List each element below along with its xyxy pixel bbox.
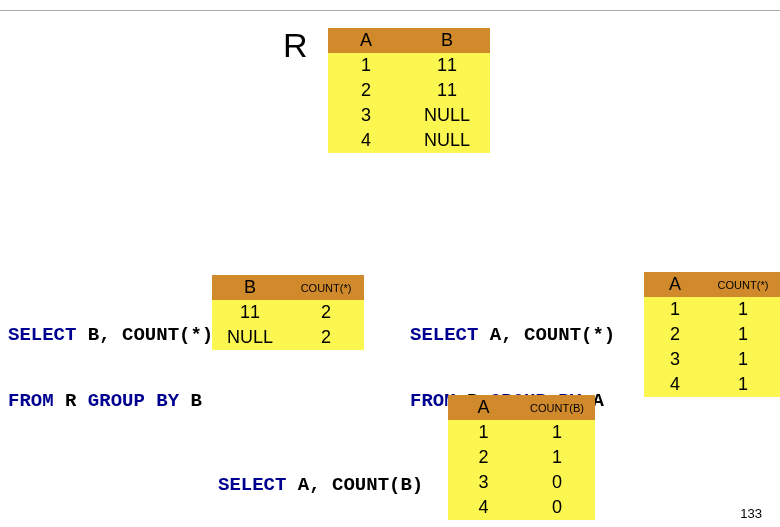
table-header-row: A COUNT(B) [448,395,595,420]
identifier: B, COUNT(*) [88,324,213,346]
cell: 0 [519,470,595,495]
cell: 1 [706,347,780,372]
table-row: 211 [328,78,490,103]
cell: 1 [448,420,519,445]
cell: 1 [706,297,780,322]
table-header-row: A B [328,28,490,53]
table-row: NULL2 [212,325,364,350]
cell: 4 [328,128,404,153]
cell: 1 [519,445,595,470]
keyword: FROM [8,390,65,412]
table-row: 30 [448,470,595,495]
cell: 1 [644,297,706,322]
cell: 2 [288,325,364,350]
table-row: 31 [644,347,780,372]
table-row: 41 [644,372,780,397]
cell: 4 [448,495,519,520]
table-row: 21 [448,445,595,470]
table-row: 11 [644,297,780,322]
identifier: A, COUNT(*) [490,324,615,346]
sql-query-3: SELECT A, COUNT(B) FROM R GROUP BY A [218,430,423,527]
cell: 1 [706,372,780,397]
table-header-row: A COUNT(*) [644,272,780,297]
cell: 1 [519,420,595,445]
cell: NULL [404,128,490,153]
cell: 11 [404,53,490,78]
cell: 0 [519,495,595,520]
table-row: 111 [328,53,490,78]
col-header: A [328,28,404,53]
table-header-row: B COUNT(*) [212,275,364,300]
cell: 3 [328,103,404,128]
keyword: SELECT [218,474,298,496]
col-header: A [448,395,519,420]
top-divider [0,10,780,11]
table-row: 3NULL [328,103,490,128]
cell: 4 [644,372,706,397]
page-number: 133 [740,506,762,521]
sql-line: SELECT A, COUNT(*) [410,324,615,346]
col-header: COUNT(B) [519,395,595,420]
cell: 2 [448,445,519,470]
cell: 2 [328,78,404,103]
relation-label: R [283,26,308,65]
table-row: 21 [644,322,780,347]
table-row: 4NULL [328,128,490,153]
cell: 1 [328,53,404,78]
cell: NULL [404,103,490,128]
sql-query-1: SELECT B, COUNT(*) FROM R GROUP BY B [8,280,213,434]
keyword: GROUP BY [88,390,191,412]
sql-line: SELECT A, COUNT(B) [218,474,423,496]
keyword: SELECT [410,324,490,346]
col-header: A [644,272,706,297]
sql-line: SELECT B, COUNT(*) [8,324,213,346]
result-table-1: B COUNT(*) 112 NULL2 [212,275,364,350]
cell: 11 [404,78,490,103]
cell: 3 [448,470,519,495]
identifier: B [190,390,201,412]
col-header: B [212,275,288,300]
cell: NULL [212,325,288,350]
result-table-3: A COUNT(B) 11 21 30 40 [448,395,595,520]
identifier: A, COUNT(B) [298,474,423,496]
col-header: COUNT(*) [706,272,780,297]
cell: 2 [288,300,364,325]
cell: 11 [212,300,288,325]
top-table: A B 111 211 3NULL 4NULL [328,28,490,153]
keyword: SELECT [8,324,88,346]
col-header: B [404,28,490,53]
table-row: 112 [212,300,364,325]
cell: 1 [706,322,780,347]
result-table-2: A COUNT(*) 11 21 31 41 [644,272,780,397]
sql-line: FROM R GROUP BY B [8,390,213,412]
cell: 2 [644,322,706,347]
cell: 3 [644,347,706,372]
table-row: 40 [448,495,595,520]
col-header: COUNT(*) [288,275,364,300]
table-row: 11 [448,420,595,445]
identifier: R [65,390,88,412]
